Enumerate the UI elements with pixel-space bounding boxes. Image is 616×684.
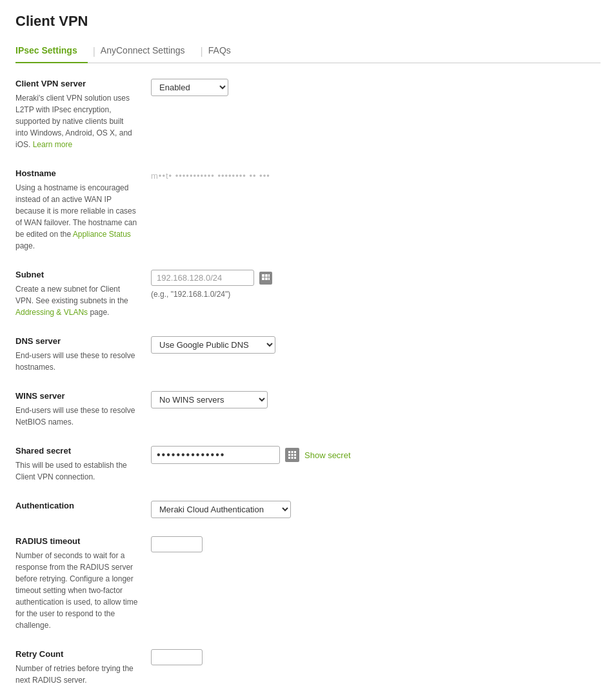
wins-server-section: WINS server End-users will use these to … [15,391,601,428]
svg-rect-5 [268,277,270,280]
svg-rect-6 [288,451,290,453]
tab-anyconnect[interactable]: AnyConnect Settings [101,40,195,63]
svg-rect-13 [292,457,293,459]
radius-timeout-input[interactable] [151,536,203,552]
radius-timeout-heading: RADIUS timeout [15,536,138,546]
subnet-input[interactable] [151,270,254,286]
authentication-heading: Authentication [15,501,138,510]
client-vpn-server-description: Meraki's client VPN solution uses L2TP w… [15,92,138,150]
radius-timeout-control [151,536,601,552]
svg-rect-11 [294,454,296,456]
svg-rect-14 [294,457,296,459]
svg-rect-9 [288,454,290,456]
dns-server-label-area: DNS server End-users will use these to r… [15,336,151,373]
shared-secret-grid-icon[interactable] [285,448,299,462]
hostname-label-area: Hostname Using a hostname is encouraged … [15,168,151,252]
shared-secret-heading: Shared secret [15,446,138,456]
authentication-control: Meraki Cloud Authentication Active Direc… [151,501,601,518]
client-vpn-server-select[interactable]: Enabled Disabled [151,79,228,96]
svg-rect-10 [292,454,293,456]
shared-secret-section: Shared secret This will be used to estab… [15,446,601,483]
dns-server-control: Use Google Public DNS Use OpenDNS Specif… [151,336,601,354]
svg-rect-2 [268,274,270,277]
subnet-control: (e.g., "192.168.1.0/24") [151,270,601,299]
wins-server-control: No WINS servers Specify WINS servers [151,391,601,408]
client-vpn-server-label-area: Client VPN server Meraki's client VPN so… [15,79,151,150]
client-vpn-server-control: Enabled Disabled [151,79,601,96]
authentication-section: Authentication Meraki Cloud Authenticati… [15,501,601,518]
authentication-select[interactable]: Meraki Cloud Authentication Active Direc… [151,501,291,518]
retry-count-control [151,649,601,665]
authentication-label-area: Authentication [15,501,151,514]
wins-server-heading: WINS server [15,391,138,401]
tab-separator-2: | [201,46,203,57]
hostname-control: m••t• ••••••••••• •••••••• •• ••• [151,168,601,181]
addressing-vlans-link[interactable]: Addressing & VLANs [15,308,88,317]
subnet-label-area: Subnet Create a new subnet for Client VP… [15,270,151,318]
show-secret-link[interactable]: Show secret [304,450,351,460]
hostname-section: Hostname Using a hostname is encouraged … [15,168,601,252]
radius-timeout-description: Number of seconds to wait for a response… [15,550,138,631]
dns-server-description: End-users will use these to resolve host… [15,350,138,373]
svg-rect-4 [265,277,268,280]
subnet-hint: (e.g., "192.168.1.0/24") [151,290,601,299]
learn-more-link[interactable]: Learn more [33,140,72,149]
retry-count-label-area: Retry Count Number of retries before try… [15,649,151,684]
svg-rect-8 [294,451,296,453]
retry-count-section: Retry Count Number of retries before try… [15,649,601,684]
tab-ipsec[interactable]: IPsec Settings [15,40,88,63]
subnet-input-row [151,270,601,286]
client-vpn-server-heading: Client VPN server [15,79,138,88]
svg-rect-0 [262,274,264,277]
subnet-grid-icon[interactable] [259,272,272,285]
retry-count-description: Number of retries before trying the next… [15,663,138,684]
shared-secret-row: Show secret [151,446,601,464]
dns-server-select[interactable]: Use Google Public DNS Use OpenDNS Specif… [151,336,275,354]
shared-secret-description: This will be used to establish the Clien… [15,459,138,483]
subnet-heading: Subnet [15,270,138,279]
shared-secret-label-area: Shared secret This will be used to estab… [15,446,151,483]
tab-separator-1: | [93,46,95,57]
appliance-status-link[interactable]: Appliance Status [73,230,131,239]
tabs-bar: IPsec Settings | AnyConnect Settings | F… [15,40,601,63]
subnet-section: Subnet Create a new subnet for Client VP… [15,270,601,318]
shared-secret-control: Show secret [151,446,601,464]
hostname-heading: Hostname [15,168,138,178]
retry-count-heading: Retry Count [15,649,138,659]
retry-count-input[interactable] [151,649,203,665]
wins-server-select[interactable]: No WINS servers Specify WINS servers [151,391,268,408]
client-vpn-server-section: Client VPN server Meraki's client VPN so… [15,79,601,150]
dns-server-section: DNS server End-users will use these to r… [15,336,601,373]
svg-rect-12 [288,457,290,459]
svg-rect-3 [262,277,264,280]
svg-rect-1 [265,274,268,277]
tab-faqs[interactable]: FAQs [208,40,241,63]
radius-timeout-label-area: RADIUS timeout Number of seconds to wait… [15,536,151,631]
wins-server-description: End-users will use these to resolve NetB… [15,405,138,428]
hostname-description: Using a hostname is encouraged instead o… [15,182,138,252]
shared-secret-input[interactable] [151,446,280,464]
subnet-description: Create a new subnet for Client VPN. See … [15,283,138,318]
hostname-value: m••t• ••••••••••• •••••••• •• ••• [151,171,601,181]
svg-rect-7 [292,451,293,453]
page-title: Client VPN [15,13,601,30]
radius-timeout-section: RADIUS timeout Number of seconds to wait… [15,536,601,631]
dns-server-heading: DNS server [15,336,138,346]
wins-server-label-area: WINS server End-users will use these to … [15,391,151,428]
